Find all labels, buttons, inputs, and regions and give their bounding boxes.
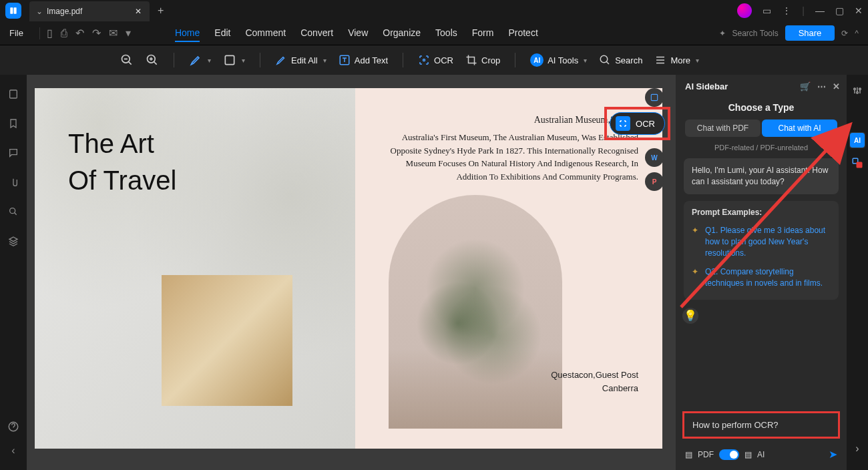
close-window-button[interactable]: ✕ [855, 5, 863, 16]
ocr-highlight-annotation: OCR [604, 107, 670, 140]
settings-icon[interactable] [849, 83, 865, 99]
expand-rail-icon[interactable]: › [849, 441, 865, 457]
doc-location-2: Questacon,Guest PostCanberra [551, 369, 638, 395]
ocr-pill-button[interactable]: OCR [610, 112, 665, 135]
menu-tools[interactable]: Tools [435, 25, 457, 42]
more-options-icon[interactable]: ⋯ [817, 81, 826, 91]
menu-home[interactable]: Home [175, 25, 200, 42]
example-q1[interactable]: Q1. Please give me 3 ideas about how to … [692, 221, 831, 262]
float-word-icon[interactable]: W [645, 148, 664, 167]
ai-chat-input[interactable] [686, 415, 837, 435]
redo-icon[interactable]: ↷ [92, 27, 101, 39]
share-button[interactable]: Share [785, 25, 835, 41]
menu-protect[interactable]: Protect [508, 25, 537, 42]
add-tab-button[interactable]: + [155, 2, 166, 19]
float-ppt-icon[interactable]: P [645, 172, 664, 191]
examples-title: Prompt Examples: [692, 208, 831, 217]
page: The ArtOf Travel Australian Museum,Sydne… [35, 88, 662, 449]
cloud-icon[interactable]: ⟳ [841, 29, 848, 38]
right-rail: AI › [847, 75, 868, 470]
toolbar: ▾ ▾ Edit All▾ Add Text OCR Crop AIAI Too… [0, 45, 868, 75]
ai-sidebar: AI Sidebar 🛒 ⋯ ✕ Choose a Type Chat with… [676, 75, 847, 470]
search-rail-icon[interactable] [7, 206, 19, 218]
doc-plant-image [389, 195, 562, 429]
svg-point-6 [423, 59, 425, 61]
doc-location-1: Australian Museum,Sydney [379, 115, 638, 126]
ai-tools-button[interactable]: AIAI Tools▾ [530, 53, 587, 67]
tab-chevron-icon: ⌄ [36, 7, 43, 16]
collapse-rail-icon[interactable]: ‹ [7, 445, 19, 457]
menu-edit[interactable]: Edit [214, 25, 230, 42]
translate-icon[interactable] [849, 155, 865, 171]
dropdown-icon[interactable]: ▾ [126, 27, 131, 39]
ocr-pill-icon [616, 116, 630, 131]
mail-icon[interactable]: ✉ [109, 27, 118, 39]
left-rail: ‹ [0, 75, 27, 470]
doc-photo [162, 275, 292, 406]
svg-point-12 [854, 88, 856, 90]
example-q2[interactable]: Q2. Compare storytelling techniques in n… [692, 262, 831, 293]
more-button[interactable]: More▾ [654, 54, 699, 66]
ocr-button[interactable]: OCR [418, 54, 453, 66]
prompt-examples: Prompt Examples: Q1. Please give me 3 id… [684, 201, 839, 300]
minimize-button[interactable]: — [815, 5, 825, 16]
ocr-pill-label: OCR [636, 119, 655, 129]
search-tools-icon: ✦ [719, 29, 726, 38]
search-tools-label[interactable]: Search Tools [732, 29, 779, 38]
file-menu[interactable]: File [9, 28, 23, 38]
doc-body: Australia's First Museum, The Australian… [379, 131, 638, 183]
send-button[interactable]: ➤ [829, 448, 837, 461]
print-icon[interactable]: ⎙ [61, 27, 67, 39]
app-logo [5, 3, 21, 19]
float-screenshot-icon[interactable] [645, 88, 664, 107]
menu-tabs: Home Edit Comment Convert View Organize … [175, 25, 538, 42]
pdf-toggle[interactable] [719, 449, 739, 460]
tab-title: Image.pdf [47, 7, 82, 16]
lightbulb-icon[interactable]: 💡 [682, 308, 698, 324]
bookmark-icon[interactable] [7, 118, 19, 130]
shape-button[interactable]: ▾ [223, 53, 245, 67]
menu-view[interactable]: View [348, 25, 368, 42]
tab-chat-ai[interactable]: Chat with AI [762, 120, 837, 137]
file-row: File ▯ ⎙ ↶ ↷ ✉ ▾ Home Edit Comment Conve… [0, 21, 868, 45]
sidebar-title: AI Sidebar [685, 81, 728, 91]
help-icon[interactable] [7, 421, 19, 433]
menu-comment[interactable]: Comment [245, 25, 286, 42]
add-text-button[interactable]: Add Text [339, 54, 388, 66]
highlight-button[interactable]: ▾ [189, 53, 211, 67]
zoom-in-button[interactable] [146, 53, 159, 67]
attachment-icon[interactable] [7, 176, 19, 188]
menu-organize[interactable]: Organize [383, 25, 421, 42]
choose-type-label: Choose a Type [676, 98, 847, 120]
comment-icon[interactable] [7, 147, 19, 159]
cart-icon[interactable]: 🛒 [800, 81, 811, 91]
pdf-icon: ▤ [685, 450, 692, 459]
ai-foot-icon: ▤ [744, 450, 752, 459]
chat-icon[interactable]: ▭ [763, 5, 771, 16]
edit-all-button[interactable]: Edit All▾ [275, 54, 327, 66]
tab-chat-pdf[interactable]: Chat with PDF [685, 120, 761, 137]
undo-icon[interactable]: ↶ [75, 27, 84, 39]
svg-point-13 [859, 88, 861, 90]
crop-button[interactable]: Crop [465, 54, 500, 66]
thumbnails-icon[interactable] [7, 88, 19, 100]
doc-title: The ArtOf Travel [68, 126, 322, 199]
close-sidebar-icon[interactable]: ✕ [833, 81, 840, 91]
kebab-icon[interactable]: ⋮ [782, 5, 791, 16]
foot-pdf-label: PDF [698, 450, 714, 459]
document-tab[interactable]: ⌄ Image.pdf ✕ [29, 1, 150, 21]
layers-icon[interactable] [7, 235, 19, 247]
search-button[interactable]: Search [599, 54, 642, 66]
svg-rect-16 [857, 162, 862, 168]
collapse-icon[interactable]: ^ [855, 29, 859, 38]
maximize-button[interactable]: ▢ [835, 5, 844, 16]
window-controls: ▭ ⋮ | — ▢ ✕ [737, 3, 863, 18]
user-avatar[interactable] [737, 3, 752, 18]
menu-convert[interactable]: Convert [300, 25, 333, 42]
svg-point-7 [600, 55, 608, 63]
open-icon[interactable]: ▯ [47, 27, 53, 39]
zoom-out-button[interactable] [120, 53, 134, 67]
close-tab-icon[interactable]: ✕ [134, 5, 143, 17]
ai-rail-button[interactable]: AI [849, 132, 865, 148]
menu-form[interactable]: Form [472, 25, 494, 42]
